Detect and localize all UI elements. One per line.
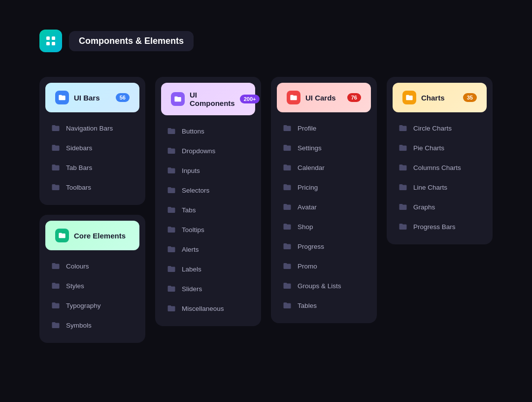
folder-icon xyxy=(282,123,293,134)
list-item[interactable]: Profile xyxy=(275,118,373,138)
list-item[interactable]: Graphs xyxy=(391,197,489,217)
list-item[interactable]: Columns Charts xyxy=(391,158,489,177)
list-item[interactable]: Shop xyxy=(275,217,373,236)
ui-bars-badge: 56 xyxy=(116,93,130,102)
folder-icon xyxy=(166,165,177,176)
ui-cards-badge: 76 xyxy=(347,93,361,102)
item-label: Columns Charts xyxy=(413,164,461,171)
folder-icon xyxy=(50,182,61,193)
folder-icon xyxy=(290,94,298,101)
list-item[interactable]: Symbols xyxy=(43,315,141,335)
list-item[interactable]: Sliders xyxy=(159,279,257,299)
item-label: Buttons xyxy=(182,128,204,135)
list-item[interactable]: Settings xyxy=(275,138,373,158)
folder-icon xyxy=(166,224,177,235)
item-label: Toolbars xyxy=(66,184,91,191)
core-elements-title: Core Elements xyxy=(74,232,130,240)
list-item[interactable]: Line Charts xyxy=(391,177,489,197)
folder-icon xyxy=(282,182,293,193)
list-item[interactable]: Calendar xyxy=(275,158,373,177)
list-item[interactable]: Pie Charts xyxy=(391,138,489,158)
card-ui-bars: UI Bars 56 Navigation Bars Sidebars Tab … xyxy=(39,77,145,205)
list-item[interactable]: Avatar xyxy=(275,197,373,217)
list-item[interactable]: Navigation Bars xyxy=(43,118,141,138)
item-label: Dropdowns xyxy=(182,147,215,155)
item-label: Progress xyxy=(298,243,324,250)
list-item[interactable]: Tables xyxy=(275,296,373,315)
item-label: Profile xyxy=(298,125,316,132)
list-item[interactable]: Promo xyxy=(275,256,373,276)
list-item[interactable]: Labels xyxy=(159,259,257,279)
list-item[interactable]: Selectors xyxy=(159,180,257,200)
folder-icon xyxy=(282,261,293,271)
folder-icon xyxy=(282,221,293,232)
svg-rect-1 xyxy=(52,36,55,40)
item-label: Groups & Lists xyxy=(298,282,341,290)
list-item[interactable]: Progress xyxy=(275,236,373,256)
folder-icon xyxy=(166,126,177,136)
ui-components-title: UI Components xyxy=(190,91,235,107)
card-header-ui-components[interactable]: UI Components 200+ xyxy=(161,83,255,115)
list-item[interactable]: Colours xyxy=(43,256,141,276)
card-header-ui-cards[interactable]: UI Cards 76 xyxy=(277,83,371,112)
folder-icon xyxy=(166,204,177,215)
card-header-core-elements[interactable]: Core Elements xyxy=(45,221,139,250)
list-item[interactable]: Sidebars xyxy=(43,138,141,158)
card-ui-cards: UI Cards 76 Profile Settings Calendar Pr… xyxy=(271,77,377,323)
folder-icon xyxy=(58,232,66,239)
folder-icon xyxy=(50,261,61,271)
card-header-charts[interactable]: Charts 35 xyxy=(393,83,487,112)
item-label: Shop xyxy=(298,223,313,231)
list-item[interactable]: Typography xyxy=(43,296,141,315)
card-core-elements: Core Elements Colours Styles Typography xyxy=(39,215,145,343)
item-label: Colours xyxy=(66,263,89,270)
list-item[interactable]: Dropdowns xyxy=(159,141,257,161)
ui-bars-icon xyxy=(55,91,69,104)
list-item[interactable]: Styles xyxy=(43,276,141,296)
item-label: Pie Charts xyxy=(413,144,444,152)
folder-icon xyxy=(282,241,293,252)
item-label: Labels xyxy=(182,266,201,273)
list-item[interactable]: Tooltips xyxy=(159,220,257,239)
list-item[interactable]: Pricing xyxy=(275,177,373,197)
charts-icon xyxy=(402,91,416,104)
list-item[interactable]: Buttons xyxy=(159,121,257,141)
ui-components-list: Buttons Dropdowns Inputs Selectors Tabs … xyxy=(155,115,261,326)
list-item[interactable]: Circle Charts xyxy=(391,118,489,138)
list-item[interactable]: Groups & Lists xyxy=(275,276,373,296)
folder-icon xyxy=(50,162,61,173)
item-label: Miscellaneous xyxy=(182,305,224,312)
list-item[interactable]: Toolbars xyxy=(43,177,141,197)
logo xyxy=(39,30,62,52)
ui-cards-title: UI Cards xyxy=(305,94,342,102)
folder-icon xyxy=(166,145,177,156)
header: Components & Elements xyxy=(39,30,493,52)
folder-icon xyxy=(50,280,61,291)
list-item[interactable]: Alerts xyxy=(159,239,257,259)
folder-icon xyxy=(282,162,293,173)
card-header-ui-bars[interactable]: UI Bars 56 xyxy=(45,83,139,112)
folder-icon xyxy=(58,94,66,101)
left-column: UI Bars 56 Navigation Bars Sidebars Tab … xyxy=(39,77,145,343)
list-item[interactable]: Inputs xyxy=(159,161,257,180)
item-label: Styles xyxy=(66,282,84,290)
list-item[interactable]: Miscellaneous xyxy=(159,299,257,318)
folder-icon xyxy=(398,201,408,212)
core-elements-icon xyxy=(55,229,69,242)
item-label: Graphs xyxy=(413,203,435,211)
item-label: Circle Charts xyxy=(413,125,452,132)
item-label: Sliders xyxy=(182,285,202,293)
folder-icon xyxy=(398,162,408,173)
list-item[interactable]: Tabs xyxy=(159,200,257,220)
folder-icon xyxy=(398,142,408,153)
svg-rect-0 xyxy=(46,36,50,40)
item-label: Tables xyxy=(298,302,317,309)
list-item[interactable]: Progress Bars xyxy=(391,217,489,236)
ui-components-icon xyxy=(171,92,185,106)
item-label: Alerts xyxy=(182,246,199,253)
folder-icon xyxy=(50,123,61,134)
ui-bars-list: Navigation Bars Sidebars Tab Bars Toolba… xyxy=(39,112,145,205)
list-item[interactable]: Tab Bars xyxy=(43,158,141,177)
card-ui-components: UI Components 200+ Buttons Dropdowns Inp… xyxy=(155,77,261,326)
item-label: Tab Bars xyxy=(66,164,92,171)
